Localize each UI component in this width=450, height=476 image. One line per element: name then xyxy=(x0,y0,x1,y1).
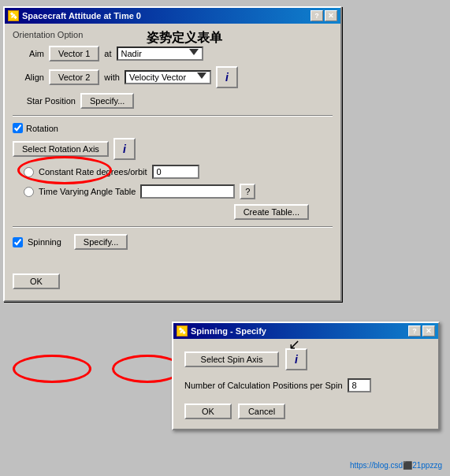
create-table-button[interactable]: Create Table... xyxy=(234,204,309,220)
spin-axis-row: Select Spin Axis i xyxy=(184,348,427,370)
star-position-label: Star Position xyxy=(13,96,76,106)
constant-rate-radio[interactable] xyxy=(24,167,34,177)
title-bar-left: 🛰 Spacecraft Attitude at Time 0 xyxy=(8,10,141,21)
sub-help-button[interactable]: ? xyxy=(408,325,421,337)
align-row: Align Vector 2 with Velocity Vector Sun … xyxy=(13,66,333,88)
aim-row: Aim Vector 1 at Nadir Sun Moon xyxy=(13,46,333,61)
time-varying-row: Time Varying Angle Table ? xyxy=(13,184,333,199)
main-window: 🛰 Spacecraft Attitude at Time 0 ? ✕ 姿势定义… xyxy=(3,6,342,302)
align-info-icon[interactable]: i xyxy=(216,66,238,88)
constant-rate-input[interactable] xyxy=(152,165,199,179)
time-varying-radio[interactable] xyxy=(24,187,34,197)
main-ok-row: OK xyxy=(13,273,333,289)
sub-title-bar-left: 🛰 Spinning - Specify xyxy=(177,325,266,337)
spinning-specify-button[interactable]: Specify... xyxy=(74,234,128,250)
time-varying-help-button[interactable]: ? xyxy=(240,184,255,199)
sub-window: 🛰 Spinning - Specify ? ✕ Select Spin Axi… xyxy=(172,322,440,430)
sub-window-content: Select Spin Axis i Number of Calculation… xyxy=(173,339,438,429)
spinning-label: Spinning xyxy=(28,237,61,247)
spin-info-icon[interactable]: i xyxy=(285,348,307,370)
sub-ok-button[interactable]: OK xyxy=(184,403,232,419)
main-window-icon: 🛰 xyxy=(8,10,19,21)
spinning-checkbox[interactable] xyxy=(13,237,23,247)
star-position-row: Star Position Specify... xyxy=(13,93,333,109)
vector2-button[interactable]: Vector 2 xyxy=(49,69,99,85)
at-label: at xyxy=(104,49,111,58)
separator1 xyxy=(13,115,333,117)
calc-positions-label: Number of Calculation Positions per Spin xyxy=(184,381,343,390)
nadir-select[interactable]: Nadir Sun Moon xyxy=(117,46,203,61)
vector1-button[interactable]: Vector 1 xyxy=(49,46,99,61)
sub-title-bar: 🛰 Spinning - Specify ? ✕ xyxy=(173,323,438,339)
spinning-highlight xyxy=(13,355,91,383)
with-label: with xyxy=(104,73,120,82)
rotation-checkbox[interactable] xyxy=(13,123,23,133)
spinning-row: Spinning Specify... xyxy=(13,234,333,250)
constant-rate-row: Constant Rate degrees/orbit xyxy=(13,165,333,179)
time-varying-label: Time Varying Angle Table xyxy=(39,187,136,196)
close-button-main[interactable]: ✕ xyxy=(325,10,337,21)
rotation-label: Rotation xyxy=(26,124,58,133)
rotation-axis-row: Select Rotation Axis i xyxy=(13,138,333,160)
title-bar-controls: ? ✕ xyxy=(311,10,337,21)
select-rotation-axis-button[interactable]: Select Rotation Axis xyxy=(13,141,109,157)
sub-close-button[interactable]: ✕ xyxy=(422,325,435,337)
main-window-content: 姿势定义表单 Orientation Option Aim Vector 1 a… xyxy=(5,24,340,300)
constant-rate-label: Constant Rate degrees/orbit xyxy=(39,167,147,177)
calc-positions-row: Number of Calculation Positions per Spin xyxy=(184,378,427,392)
sub-window-title: Spinning - Specify xyxy=(191,326,266,336)
select-spin-axis-button[interactable]: Select Spin Axis xyxy=(184,351,279,367)
velocity-vector-select[interactable]: Velocity Vector Sun Vector Moon Vector xyxy=(125,70,211,84)
rotation-info-icon[interactable]: i xyxy=(113,138,136,160)
sub-bottom-buttons: OK Cancel xyxy=(184,403,427,419)
separator2 xyxy=(13,226,333,228)
help-button-main[interactable]: ? xyxy=(311,10,323,21)
aim-label: Aim xyxy=(13,49,44,58)
time-varying-input[interactable] xyxy=(140,184,235,199)
calc-positions-input[interactable] xyxy=(348,378,371,392)
align-label: Align xyxy=(13,73,44,82)
blog-watermark: https://blog.csd⬛21ppzzg xyxy=(350,461,442,470)
main-window-title: Spacecraft Attitude at Time 0 xyxy=(22,11,141,20)
sub-window-icon: 🛰 xyxy=(177,325,188,337)
main-title-bar: 🛰 Spacecraft Attitude at Time 0 ? ✕ xyxy=(5,8,340,24)
star-specify-button[interactable]: Specify... xyxy=(80,93,134,109)
sub-title-bar-controls: ? ✕ xyxy=(408,325,435,337)
sub-cancel-button[interactable]: Cancel xyxy=(238,403,285,419)
create-table-row: Create Table... xyxy=(13,204,333,220)
chinese-title: 姿势定义表单 xyxy=(147,30,222,46)
rotation-checkbox-row: Rotation xyxy=(13,123,333,133)
main-ok-button[interactable]: OK xyxy=(13,273,60,289)
